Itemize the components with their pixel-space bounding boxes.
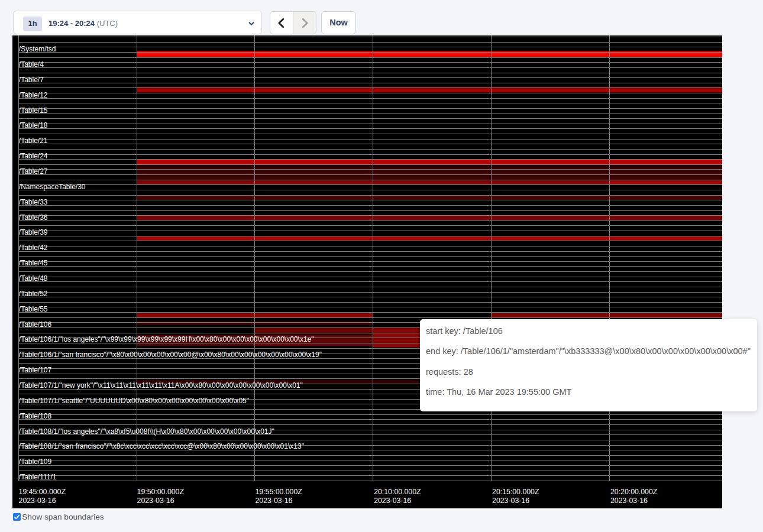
svg-text:/Table/4: /Table/4: [19, 60, 44, 69]
svg-text:/Table/39: /Table/39: [19, 228, 48, 236]
svg-text:/Table/108/1/"los angeles"/"\x: /Table/108/1/"los angeles"/"\xa8\xf5\u00…: [19, 427, 274, 436]
svg-text:/Table/107/1/"seattle"/"UUUUUU: /Table/107/1/"seattle"/"UUUUUUD\x00\x80\…: [19, 397, 249, 405]
svg-text:2023-03-16: 2023-03-16: [137, 497, 174, 505]
svg-text:/Table/24: /Table/24: [19, 152, 48, 160]
svg-text:/Table/48: /Table/48: [19, 274, 48, 283]
svg-text:/Table/107: /Table/107: [19, 366, 52, 374]
svg-text:/Table/106/1/"san francisco"/": /Table/106/1/"san francisco"/"\x80\x00\x…: [19, 351, 322, 359]
svg-text:/Table/55: /Table/55: [19, 305, 48, 313]
svg-text:/Table/7: /Table/7: [19, 76, 44, 84]
svg-text:/Table/33: /Table/33: [19, 198, 48, 206]
svg-text:/Table/111/1: /Table/111/1: [19, 473, 57, 481]
svg-text:2023-03-16: 2023-03-16: [374, 497, 411, 505]
svg-text:/Table/108: /Table/108: [19, 412, 52, 420]
svg-text:2023-03-16: 2023-03-16: [610, 497, 648, 505]
svg-text:20:10:00.000Z: 20:10:00.000Z: [374, 488, 421, 496]
svg-text:/Table/45: /Table/45: [19, 259, 48, 267]
svg-text:/Table/36: /Table/36: [19, 213, 48, 222]
svg-text:/Table/52: /Table/52: [19, 290, 48, 298]
svg-text:/Table/109: /Table/109: [19, 458, 52, 466]
svg-text:/Table/42: /Table/42: [19, 244, 48, 252]
svg-text:19:45:00.000Z: 19:45:00.000Z: [19, 488, 66, 496]
svg-text:/Table/106/1/"los angeles"/"\x: /Table/106/1/"los angeles"/"\x99\x99\x99…: [19, 335, 314, 343]
svg-text:2023-03-16: 2023-03-16: [256, 497, 293, 505]
svg-text:/Table/107/1/"new york"/"\x11\: /Table/107/1/"new york"/"\x11\x11\x11\x1…: [19, 381, 303, 390]
svg-text:2023-03-16: 2023-03-16: [492, 497, 529, 505]
svg-text:/NamespaceTable/30: /NamespaceTable/30: [19, 183, 86, 191]
svg-text:20:15:00.000Z: 20:15:00.000Z: [492, 488, 539, 496]
svg-text:/Table/106: /Table/106: [19, 320, 52, 329]
svg-text:/System/tsd: /System/tsd: [19, 45, 56, 53]
svg-text:/Table/27: /Table/27: [19, 167, 48, 176]
svg-text:/Table/21: /Table/21: [19, 137, 48, 145]
svg-text:19:55:00.000Z: 19:55:00.000Z: [256, 488, 303, 496]
svg-text:/Table/108/1/"san francisco"/": /Table/108/1/"san francisco"/"\x8c\xcc\x…: [19, 442, 304, 450]
svg-text:/Table/12: /Table/12: [19, 91, 48, 99]
svg-text:/Table/18: /Table/18: [19, 121, 48, 129]
svg-text:2023-03-16: 2023-03-16: [19, 497, 56, 505]
svg-text:/Table/15: /Table/15: [19, 106, 48, 115]
svg-text:20:20:00.000Z: 20:20:00.000Z: [610, 488, 658, 496]
svg-text:19:50:00.000Z: 19:50:00.000Z: [137, 488, 185, 496]
